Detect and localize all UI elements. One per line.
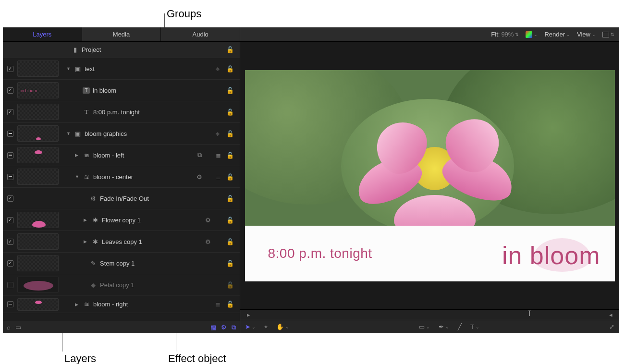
render-menu[interactable]: Render⌄ (544, 31, 570, 38)
layer-stack-icon: ≋ (83, 173, 90, 181)
color-channel-menu[interactable]: ⌄ (526, 31, 538, 38)
tab-audio[interactable]: Audio (161, 27, 240, 41)
layout-menu[interactable]: ⇅ (602, 32, 614, 37)
pan-tool-icon[interactable]: ✋⌄ (276, 323, 289, 330)
lock-icon[interactable]: 🔓 (226, 108, 234, 116)
expand-tool-icon[interactable]: ⤢ (609, 323, 614, 330)
disclosure-triangle[interactable]: ▼ (75, 174, 80, 179)
gear-icon: ⚙ (89, 194, 97, 202)
visibility-checkbox[interactable]: ✓ (3, 109, 17, 115)
lock-icon[interactable]: 🔓 (226, 65, 234, 73)
visibility-checkbox[interactable]: ✓ (3, 66, 17, 72)
layer-stem-row[interactable]: ✓ ✎Stem copy 1 🔓 (3, 253, 240, 274)
visibility-checkbox[interactable] (3, 152, 17, 158)
group-bloom-left-row[interactable]: ▶≋bloom - left ⧉≣🔓 (3, 145, 240, 166)
row-label: bloom graphics (85, 130, 127, 137)
lock-icon[interactable]: 🔓 (226, 130, 234, 137)
layer-in-bloom-row[interactable]: ✓ in bloom Tin bloom 🔓 (3, 80, 240, 101)
panel-tabs: Layers Media Audio (3, 27, 240, 41)
in-marker-icon[interactable]: ▸ (247, 311, 250, 318)
visibility-checkbox[interactable] (3, 282, 17, 288)
lock-icon[interactable]: 🔓 (226, 281, 234, 289)
lock-icon[interactable]: 🔓 (226, 86, 234, 94)
group-bloom-graphics-row[interactable]: ▼▣bloom graphics ⎆🔓 (3, 123, 240, 145)
disclosure-triangle[interactable]: ▼ (66, 131, 71, 136)
view-menu[interactable]: View⌄ (577, 31, 596, 38)
canvas-area: 8:00 p.m. tonight in bloom ▸ ◂ ⊺ ➤⌄ ⌖ ✋⌄… (240, 42, 619, 333)
lock-icon[interactable]: 🔓 (226, 259, 234, 267)
layers-panel: ▮Project 🔓 ✓ ▼▣text ⎆🔓 ✓ in bloom Tin bl… (3, 42, 240, 333)
visibility-checkbox[interactable]: ✓ (3, 239, 17, 245)
fit-value: 99% (501, 31, 514, 38)
group-icon: ▣ (74, 130, 82, 137)
pen-tool-icon[interactable]: ✒⌄ (439, 323, 449, 330)
mini-timeline[interactable]: ▸ ◂ ⊺ (240, 309, 619, 320)
tab-media[interactable]: Media (82, 27, 161, 41)
clone-icon[interactable]: ⧉ (196, 151, 202, 159)
shape-icon: ◆ (89, 281, 97, 289)
layer-petal-row[interactable]: ◆Petal copy 1 🔓 (3, 274, 240, 296)
replicator-icon: ✱ (91, 216, 99, 224)
checker-toggle-icon[interactable]: ▩ (210, 324, 216, 331)
visibility-checkbox[interactable]: ✓ (3, 217, 17, 223)
search-icon[interactable]: ⌕ (7, 324, 11, 331)
visibility-checkbox[interactable]: ✓ (3, 87, 17, 94)
blend-icon[interactable]: ≣ (216, 151, 221, 159)
view-label: View (577, 31, 590, 38)
lock-icon[interactable]: 🔓 (226, 194, 234, 202)
disclosure-triangle[interactable]: ▶ (75, 153, 80, 158)
behavior-icon[interactable]: ⚙ (204, 216, 212, 224)
row-label: Petal copy 1 (100, 281, 135, 289)
disclosure-triangle[interactable]: ▶ (75, 302, 80, 307)
pass-through-icon[interactable]: ⎆ (214, 65, 221, 73)
stack-icon[interactable]: ▭ (15, 324, 21, 331)
disclosure-triangle[interactable]: ▶ (84, 239, 88, 244)
lock-icon[interactable]: 🔓 (226, 301, 234, 308)
visibility-checkbox[interactable] (3, 301, 17, 307)
thumbnail (17, 125, 59, 142)
visibility-checkbox[interactable]: ✓ (3, 260, 17, 267)
row-label: Leaves copy 1 (102, 238, 142, 245)
rect-tool-icon[interactable]: ▭⌄ (419, 323, 430, 330)
orbit-tool-icon[interactable]: ⌖ (264, 323, 268, 331)
group-text-row[interactable]: ✓ ▼▣text ⎆🔓 (3, 58, 240, 80)
lock-icon[interactable]: 🔓 (226, 46, 234, 54)
blend-icon[interactable]: ≣ (216, 173, 221, 181)
behavior-toggle-icon[interactable]: ⚙ (221, 324, 227, 331)
disclosure-triangle[interactable]: ▼ (66, 66, 71, 71)
layer-stack-icon: ≋ (83, 301, 90, 308)
layer-flower-row[interactable]: ✓ ▶✱Flower copy 1 ⚙🔓 (3, 209, 240, 231)
group-bloom-center-row[interactable]: ▼≋bloom - center ⚙≣🔓 (3, 166, 240, 188)
lock-icon[interactable]: 🔓 (226, 238, 234, 245)
project-row[interactable]: ▮Project 🔓 (3, 42, 240, 58)
behavior-icon[interactable]: ⚙ (204, 238, 212, 245)
lock-icon[interactable]: 🔓 (226, 151, 234, 159)
out-marker-icon[interactable]: ◂ (609, 311, 613, 318)
tab-layers[interactable]: Layers (3, 27, 82, 41)
fit-control[interactable]: Fit: 99% ⇅ (491, 31, 519, 38)
playhead-icon[interactable]: ⊺ (527, 309, 531, 318)
layer-time-row[interactable]: ✓ T8:00 p.m. tonight 🔓 (3, 101, 240, 123)
lock-icon[interactable]: 🔓 (226, 173, 234, 181)
effect-fade-row[interactable]: ✓ ⚙Fade In/Fade Out 🔓 (3, 188, 240, 209)
frame-toggle-icon[interactable]: ⧉ (232, 324, 236, 331)
thumbnail: in bloom (17, 82, 59, 98)
row-label: 8:00 p.m. tonight (93, 109, 140, 116)
text-tool-icon[interactable]: T⌄ (470, 323, 479, 330)
arrow-tool-icon[interactable]: ➤⌄ (245, 323, 256, 330)
disclosure-triangle[interactable]: ▶ (84, 218, 88, 222)
visibility-checkbox[interactable]: ✓ (3, 195, 17, 202)
lock-icon[interactable]: 🔓 (226, 216, 234, 224)
pass-through-icon[interactable]: ⎆ (214, 130, 221, 137)
visibility-checkbox[interactable] (3, 174, 17, 180)
blend-icon[interactable]: ≣ (214, 301, 221, 308)
behavior-icon[interactable]: ⚙ (196, 173, 202, 181)
thumbnail (17, 61, 59, 77)
top-bar: Layers Media Audio Fit: 99% ⇅ ⌄ Render⌄ … (3, 27, 619, 42)
line-tool-icon[interactable]: ╱ (458, 323, 462, 330)
document-icon: ▮ (71, 46, 79, 54)
layer-leaves-row[interactable]: ✓ ▶✱Leaves copy 1 ⚙🔓 (3, 231, 240, 253)
group-bloom-right-row[interactable]: ▶≋bloom - right ≣🔓 (3, 296, 240, 313)
viewer[interactable]: 8:00 p.m. tonight in bloom (240, 42, 619, 309)
visibility-checkbox[interactable] (3, 131, 17, 137)
